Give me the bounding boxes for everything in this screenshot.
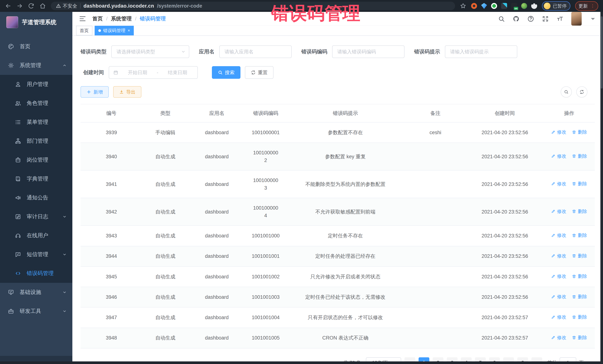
- sidebar-item-online-user[interactable]: 在线用户: [0, 226, 72, 245]
- sidebar-item-sms-mgmt[interactable]: 短信管理: [0, 245, 72, 264]
- extension-orange-icon[interactable]: [471, 3, 477, 9]
- cell-app: dashboard: [188, 198, 245, 226]
- cell-type: 自动生成: [142, 328, 188, 348]
- active-tab-dot: [98, 29, 101, 32]
- bookmark-star-icon[interactable]: [460, 3, 466, 9]
- cell-type: 手动编辑: [142, 122, 188, 143]
- github-icon[interactable]: [513, 15, 520, 22]
- search-icon[interactable]: [498, 15, 505, 22]
- search-button[interactable]: 搜索: [212, 66, 241, 79]
- add-button[interactable]: 新增: [81, 86, 109, 98]
- edit-link[interactable]: 修改: [551, 334, 566, 341]
- error-hint-input[interactable]: [445, 45, 517, 58]
- delete-link[interactable]: 删除: [572, 208, 587, 215]
- cell-remark: [405, 287, 466, 307]
- delete-link[interactable]: 删除: [572, 232, 587, 239]
- error-code-input[interactable]: [332, 45, 405, 58]
- scrollbar-thumb[interactable]: [601, 16, 603, 88]
- tab-home[interactable]: 首页: [76, 26, 93, 35]
- toggle-search-button[interactable]: [561, 86, 572, 98]
- browser-profile-pill[interactable]: 已暂停: [542, 1, 570, 11]
- tab-error-code[interactable]: 错误码管理 ×: [95, 26, 134, 35]
- breadcrumb-home[interactable]: 首页: [93, 15, 103, 22]
- delete-link[interactable]: 删除: [572, 253, 587, 259]
- delete-link[interactable]: 删除: [572, 334, 587, 341]
- hamburger-icon[interactable]: [79, 15, 86, 22]
- extension-gem-icon[interactable]: [481, 3, 487, 9]
- delete-link[interactable]: 删除: [572, 180, 587, 187]
- browser-home-icon[interactable]: [39, 3, 46, 9]
- edit-icon: [551, 130, 556, 134]
- column-header: 类型: [142, 104, 188, 122]
- edit-link[interactable]: 修改: [551, 232, 566, 239]
- delete-link[interactable]: 删除: [572, 273, 587, 280]
- menu-list-icon: [15, 119, 21, 125]
- sidebar-item-dept-mgmt[interactable]: 部门管理: [0, 132, 72, 151]
- close-tab-icon[interactable]: ×: [128, 28, 130, 33]
- extension-dark-icon[interactable]: on: [511, 3, 517, 9]
- export-button[interactable]: 导出: [113, 86, 141, 98]
- bottom-scrollbar-strip: [0, 361, 603, 364]
- edit-link[interactable]: 修改: [551, 129, 566, 136]
- breadcrumb-separator: /: [135, 16, 137, 22]
- filter-row-1: 错误码类型 应用名 错误码编码 错误码提示: [81, 45, 595, 58]
- browser-forward-icon[interactable]: [16, 3, 23, 9]
- fullscreen-icon[interactable]: [542, 15, 549, 22]
- font-size-icon[interactable]: [557, 15, 564, 22]
- browser-reload-icon[interactable]: [28, 3, 35, 9]
- sidebar-item-post-mgmt[interactable]: 岗位管理: [0, 151, 72, 169]
- delete-link[interactable]: 删除: [572, 129, 587, 136]
- reset-button[interactable]: 重置: [245, 66, 274, 79]
- cell-id: 3948: [81, 328, 142, 348]
- sidebar-item-user-mgmt[interactable]: 用户管理: [0, 75, 72, 94]
- app-name-input[interactable]: [219, 45, 292, 58]
- sidebar-item-infra[interactable]: 基础设施: [0, 283, 72, 302]
- cell-hint: 参数配置 key 重复: [286, 143, 405, 170]
- address-bar[interactable]: 不安全 dashboard.yudao.iocoder.cn/system/er…: [51, 2, 455, 10]
- sidebar-item-notice[interactable]: 通知公告: [0, 188, 72, 207]
- edit-link[interactable]: 修改: [551, 153, 566, 160]
- edit-link[interactable]: 修改: [551, 273, 566, 280]
- browser-back-icon[interactable]: [5, 3, 12, 9]
- delete-link[interactable]: 删除: [572, 153, 587, 160]
- sidebar-item-menu-mgmt[interactable]: 菜单管理: [0, 113, 72, 132]
- extension-squares-icon[interactable]: [501, 3, 507, 9]
- sidebar-item-system[interactable]: 系统管理: [0, 56, 72, 75]
- sidebar-collapse-bar[interactable]: [0, 356, 72, 361]
- edit-link[interactable]: 修改: [551, 208, 566, 215]
- cell-created: 2021-04-20 23:52:56: [466, 170, 544, 198]
- sidebar-item-error-code[interactable]: 错误码管理: [0, 264, 72, 283]
- sidebar-item-label: 部门管理: [27, 137, 67, 145]
- refresh-table-button[interactable]: [576, 86, 587, 98]
- cell-app: dashboard: [188, 170, 245, 198]
- app-logo-row[interactable]: 芋道管理系统: [0, 12, 72, 33]
- edit-link[interactable]: 修改: [551, 180, 566, 187]
- sidebar-item-dev-tools[interactable]: 研发工具: [0, 302, 72, 321]
- error-code-type-select[interactable]: [111, 45, 189, 58]
- extensions-puzzle-icon[interactable]: [531, 3, 537, 9]
- sidebar-item-role-mgmt[interactable]: 角色管理: [0, 94, 72, 113]
- avatar-caret-icon[interactable]: [590, 15, 596, 22]
- delete-link[interactable]: 删除: [572, 314, 587, 321]
- extension-green-icon[interactable]: [491, 3, 497, 9]
- edit-link[interactable]: 修改: [551, 253, 566, 259]
- browser-menu-dots-icon[interactable]: ⋮: [590, 5, 595, 7]
- sidebar-menu: 首页系统管理用户管理角色管理菜单管理部门管理岗位管理字典管理通知公告审计日志在线…: [0, 33, 72, 356]
- edit-link[interactable]: 修改: [551, 293, 566, 300]
- edit-link[interactable]: 修改: [551, 314, 566, 321]
- date-range-picker[interactable]: 开始日期 - 结束日期: [109, 66, 198, 79]
- sidebar-item-dict-mgmt[interactable]: 字典管理: [0, 169, 72, 188]
- download-icon: [119, 89, 124, 94]
- delete-link[interactable]: 删除: [572, 293, 587, 300]
- gear-icon: [8, 62, 14, 69]
- help-icon[interactable]: [527, 15, 534, 22]
- breadcrumb-system[interactable]: 系统管理: [111, 15, 132, 22]
- sidebar-item-home[interactable]: 首页: [0, 37, 72, 56]
- browser-update-button[interactable]: 更新 ⋮: [575, 1, 598, 11]
- palette-icon: [8, 43, 14, 50]
- not-secure-warning[interactable]: 不安全: [56, 3, 77, 9]
- vertical-scrollbar[interactable]: [600, 12, 603, 364]
- sidebar-item-audit-log[interactable]: 审计日志: [0, 207, 72, 226]
- user-avatar[interactable]: [571, 12, 582, 26]
- extension-key-icon[interactable]: [521, 3, 527, 9]
